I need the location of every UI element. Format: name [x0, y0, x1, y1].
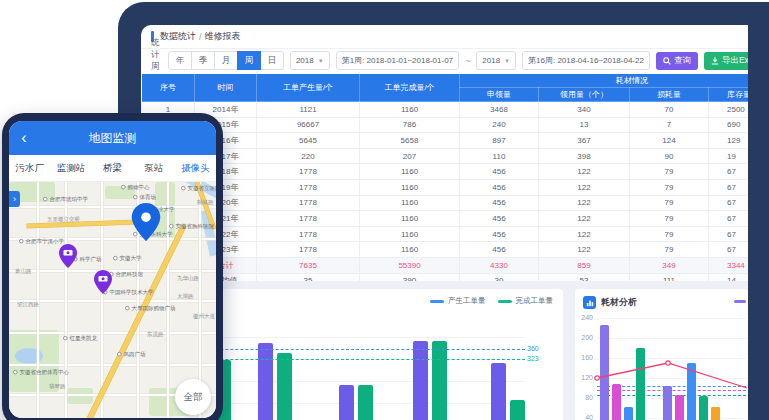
table-cell: 67	[709, 179, 749, 195]
export-excel-button[interactable]: 导出Excel	[704, 52, 748, 70]
map-highway	[27, 220, 137, 228]
table-cell: 67	[709, 211, 749, 227]
table-body: 12014年11211160346834070250022015年9666778…	[142, 102, 749, 289]
workorder-bar	[432, 341, 447, 420]
legend-item[interactable]: 完成工单量	[498, 296, 554, 306]
table-cell: 19	[709, 148, 749, 164]
camera-pin[interactable]	[58, 243, 78, 269]
map-label: 凤园广场	[117, 350, 146, 358]
workorder-bar	[510, 400, 525, 420]
camera-pin[interactable]	[93, 269, 113, 295]
table-cell: 1778	[257, 242, 360, 258]
legend-swatch	[498, 300, 512, 303]
table-cell: 456	[460, 242, 539, 258]
tab-桥梁[interactable]: 桥梁	[92, 162, 133, 175]
map-label: 体育场	[133, 193, 156, 201]
table-cell: 1121	[257, 102, 360, 118]
table-cell: 7	[630, 117, 709, 133]
map-label-text: 大摩国际购物广场	[131, 304, 175, 312]
poi-dot-icon	[117, 352, 122, 357]
table-row: 62019年177811604561227967	[142, 179, 749, 195]
table-row-total: 合计76355539043308593493344	[142, 257, 749, 273]
table-cell: 129	[709, 133, 749, 149]
poi-dot-icon	[63, 336, 68, 341]
table-cell: 79	[630, 195, 709, 211]
map-label: 东流路	[147, 330, 164, 338]
table-subheader: 库存量	[709, 88, 749, 102]
tab-污水厂[interactable]: 污水厂	[9, 162, 50, 175]
map-label: 安徽省立医院	[181, 184, 216, 192]
table-cell: 3468	[460, 102, 539, 118]
back-button[interactable]: ‹	[9, 121, 39, 155]
workorder-bar	[358, 385, 373, 420]
table-cell: 859	[539, 257, 630, 273]
map-label: 合肥科技馆	[109, 270, 143, 278]
map-label-text: 科学广场	[79, 255, 101, 263]
table-cell: 122	[539, 195, 630, 211]
table-cell: 456	[460, 211, 539, 227]
breadcrumb: 数据统计 / 维修报表	[141, 25, 748, 49]
period-option-月[interactable]: 月	[214, 51, 238, 70]
table-cell: 1160	[360, 164, 460, 180]
table-cell: 456	[460, 164, 539, 180]
tab-监测站[interactable]: 监测站	[50, 162, 91, 175]
map-label: 黄山路	[15, 267, 32, 275]
table-cell: 13	[539, 117, 630, 133]
table-cell: 1160	[360, 242, 460, 258]
table-cell: 122	[539, 164, 630, 180]
col-completed: 工单完成量/个	[360, 74, 460, 102]
phone-map[interactable]: › 全部 购物中心合肥市琥珀中学体育场安徽农业大学安徽省立医院桐城路五里墩立交桥…	[9, 182, 216, 418]
map-label: 徽州大道	[193, 312, 215, 320]
y-axis-tick: 160	[577, 354, 593, 361]
show-all-button[interactable]: 全部	[175, 379, 211, 415]
legend-swatch-cut[interactable]	[734, 300, 746, 303]
breadcrumb-section[interactable]: 数据统计	[160, 30, 196, 43]
workorder-bar	[258, 343, 273, 420]
end-year-select[interactable]: 2018 ▼	[476, 51, 516, 70]
poi-dot-icon	[113, 256, 118, 261]
map-label-text: 中国科学技术大学	[109, 288, 153, 296]
start-week-value: 第1周: 2018-01-01~2018-01-07	[342, 55, 453, 66]
phone-tabs: 污水厂监测站桥梁泵站摄像头	[9, 155, 216, 182]
period-option-日[interactable]: 日	[260, 51, 284, 70]
selected-location-pin[interactable]	[129, 202, 163, 242]
search-button[interactable]: 查询	[656, 52, 698, 70]
table-cell: 7635	[257, 257, 360, 273]
table-row: 102023年177811604561227967	[142, 242, 749, 258]
table-cell: 79	[630, 242, 709, 258]
period-option-周[interactable]: 周	[237, 51, 261, 70]
legend-item[interactable]: 产生工单量	[430, 296, 486, 306]
table-cell: 456	[460, 179, 539, 195]
legend-label: 产生工单量	[448, 296, 486, 306]
map-label-text: 五里墩立交桥	[47, 215, 80, 223]
table-cell: 67	[709, 242, 749, 258]
map-label: 安徽省合肥体育中心	[13, 368, 69, 376]
breadcrumb-page: 维修报表	[205, 30, 241, 43]
map-expand-button[interactable]: ›	[9, 191, 20, 207]
table-cell: 79	[630, 226, 709, 242]
chevron-down-icon: ▼	[504, 58, 510, 64]
period-option-季[interactable]: 季	[191, 51, 215, 70]
map-label: 安徽大学	[113, 254, 142, 262]
period-option-年[interactable]: 年	[168, 51, 192, 70]
trend-line	[597, 313, 748, 420]
map-label-text: 购物中心	[127, 183, 149, 191]
start-year-select[interactable]: 2018 ▼	[290, 51, 330, 70]
start-week-select[interactable]: 第1周: 2018-01-01~2018-01-07	[336, 51, 459, 70]
phone-page-title: 地图监测	[39, 130, 186, 147]
workorder-bar	[491, 363, 506, 420]
table-cell: 67	[709, 195, 749, 211]
table-cell: 5645	[257, 133, 360, 149]
end-week-select[interactable]: 第16周: 2018-04-16~2018-04-22	[522, 51, 650, 70]
table-cell: 90	[630, 148, 709, 164]
map-label: 望江西路	[17, 300, 39, 308]
table-cell: 240	[460, 117, 539, 133]
poi-dot-icon	[13, 370, 18, 375]
table-cell: 456	[460, 195, 539, 211]
map-label-text: 桐城路	[197, 198, 214, 206]
map-label: 红星美凯龙	[63, 334, 97, 342]
tab-泵站[interactable]: 泵站	[133, 162, 174, 175]
table-cell: 398	[539, 148, 630, 164]
table-row: 22015年96667786240137690	[142, 117, 749, 133]
tab-摄像头[interactable]: 摄像头	[175, 162, 216, 175]
